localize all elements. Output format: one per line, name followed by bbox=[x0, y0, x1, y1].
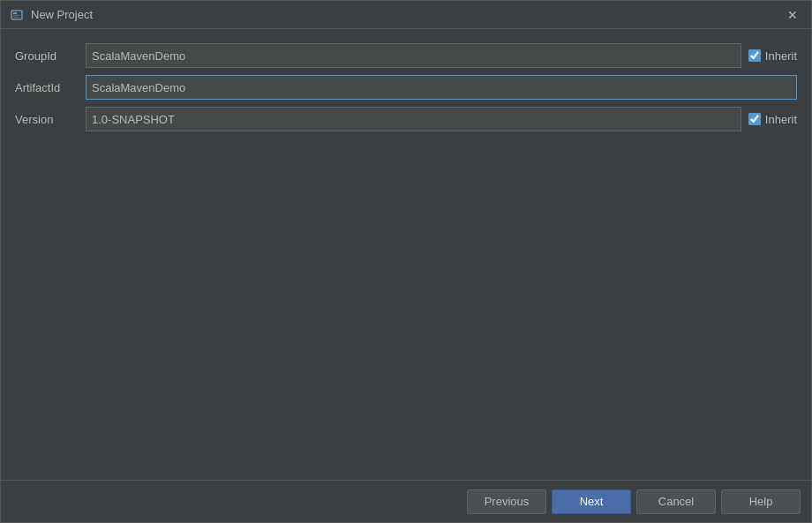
previous-button[interactable]: Previous bbox=[467, 489, 546, 514]
version-inherit-container: Inherit bbox=[748, 113, 797, 126]
artifactid-label: ArtifactId bbox=[15, 81, 86, 94]
form-area: GroupId Inherit ArtifactId Version Inher… bbox=[15, 43, 797, 138]
cancel-button[interactable]: Cancel bbox=[636, 489, 716, 514]
dialog-content: GroupId Inherit ArtifactId Version Inher… bbox=[1, 29, 811, 480]
version-input[interactable] bbox=[86, 107, 741, 131]
groupid-label: GroupId bbox=[15, 49, 86, 63]
version-label: Version bbox=[15, 113, 86, 126]
groupid-inherit-container: Inherit bbox=[748, 49, 797, 63]
close-button[interactable]: ✕ bbox=[783, 5, 802, 25]
version-inherit-checkbox[interactable] bbox=[748, 113, 761, 125]
groupid-row: GroupId Inherit bbox=[15, 43, 797, 68]
svg-rect-2 bbox=[13, 15, 20, 16]
next-button[interactable]: Next bbox=[552, 489, 631, 514]
groupid-inherit-label: Inherit bbox=[765, 49, 797, 63]
groupid-inherit-checkbox[interactable] bbox=[748, 49, 761, 62]
new-project-dialog: New Project ✕ GroupId Inherit ArtifactId bbox=[0, 0, 812, 523]
bottom-bar: Previous Next Cancel Help bbox=[1, 480, 811, 522]
artifactid-input[interactable] bbox=[86, 75, 797, 100]
groupid-input[interactable] bbox=[86, 43, 741, 68]
artifactid-row: ArtifactId bbox=[15, 75, 797, 100]
help-button[interactable]: Help bbox=[721, 489, 801, 514]
version-inherit-label: Inherit bbox=[765, 113, 797, 126]
svg-rect-3 bbox=[13, 17, 19, 18]
svg-rect-1 bbox=[13, 12, 17, 14]
project-icon bbox=[10, 8, 24, 22]
dialog-title: New Project bbox=[31, 8, 93, 21]
title-bar-left: New Project bbox=[10, 8, 93, 22]
version-row: Version Inherit bbox=[15, 107, 797, 131]
title-bar: New Project ✕ bbox=[1, 1, 811, 29]
